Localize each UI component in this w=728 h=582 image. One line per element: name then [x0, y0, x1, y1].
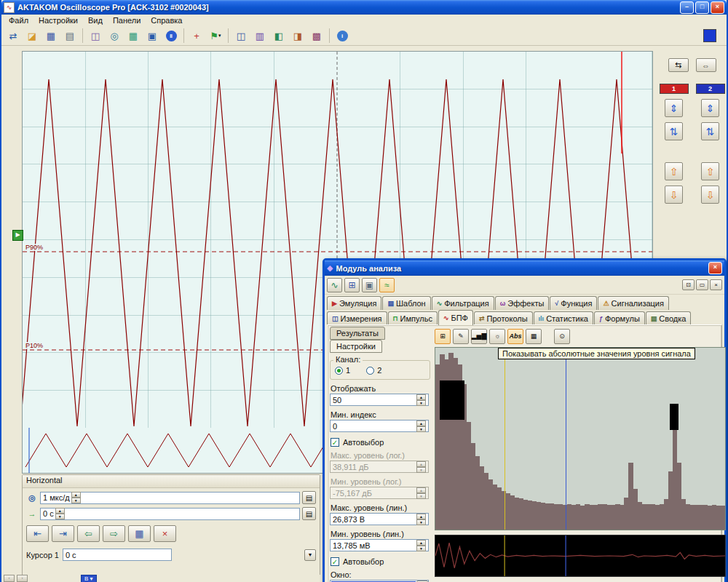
spin-down-button[interactable]: ▼ — [416, 426, 426, 432]
max-level-log-field[interactable]: 38,911 дБ▲▼ — [330, 461, 429, 473]
display-icon[interactable]: ▣ — [143, 27, 161, 44]
fit-horizontal-button[interactable]: ⇆ — [668, 58, 689, 72]
spin-down-button[interactable]: ▼ — [55, 514, 65, 519]
channel-2-radio[interactable]: 2 — [366, 366, 381, 375]
zoom-icon[interactable]: ◎ — [106, 27, 123, 44]
status-nav-button-0[interactable]: ‹ — [4, 575, 15, 582]
minimize-button[interactable]: – — [680, 1, 694, 14]
horizontal-panel-title[interactable]: Horizontal — [23, 475, 320, 488]
spin-up-button[interactable]: ▲ — [416, 540, 426, 546]
panel-display-icon[interactable]: ◫ — [232, 27, 250, 44]
tab-fft[interactable]: ∿БПФ — [438, 310, 473, 325]
horizontal-cursor-dropdown-button[interactable]: ▼ — [304, 549, 316, 561]
spin-up-button[interactable]: ▲ — [416, 394, 426, 400]
scale-compress-button-ch2[interactable]: ⇅ — [701, 122, 719, 140]
tab-emulation[interactable]: ▶Эмуляция — [327, 296, 381, 310]
spin-up-button[interactable]: ▲ — [416, 461, 426, 467]
spin-down-button[interactable]: ▼ — [71, 498, 81, 503]
cursor-step-left-button[interactable]: ⇤ — [26, 525, 49, 542]
menu-settings[interactable]: Настройки — [34, 15, 82, 25]
trigger-level-marker[interactable]: ▶ — [12, 230, 23, 241]
fft-bars-button[interactable]: ▂▅▇ — [471, 329, 487, 344]
tab-statistics[interactable]: ılıСтатистика — [534, 311, 593, 325]
module-dock-button[interactable]: ⊡ — [682, 279, 695, 290]
tab-alarm[interactable]: ⚠Сигнализация — [598, 296, 669, 310]
position-down-button-ch1[interactable]: ⇩ — [665, 186, 683, 204]
module-layout-icon[interactable]: ⊞ — [344, 278, 360, 292]
dialog-titlebar[interactable]: ◆ Модуль анализа × — [325, 260, 724, 276]
tab-formulas[interactable]: ƒФормулы — [594, 311, 645, 325]
spin-up-button[interactable]: ▲ — [416, 514, 426, 519]
fft-export-button[interactable]: ⊙ — [554, 329, 570, 344]
tab-summary[interactable]: ▤Сводка — [646, 311, 692, 325]
copy-screen-icon[interactable]: ◫ — [87, 27, 104, 44]
spin-up-button[interactable]: ▲ — [55, 508, 65, 514]
tab-pulse[interactable]: ⊓Импульс — [388, 311, 438, 325]
spectrum-cursor-line[interactable] — [566, 348, 566, 530]
print-icon[interactable]: ▤ — [61, 27, 79, 44]
status-nav-button-1[interactable]: › — [17, 575, 28, 582]
horizontal-options-button[interactable]: ▤ — [302, 491, 316, 504]
module-screen-icon[interactable]: ▣ — [362, 278, 377, 292]
horizontal-options-button[interactable]: ▤ — [302, 507, 316, 520]
spin-down-button[interactable]: ▼ — [416, 493, 426, 499]
tab-filtering[interactable]: ∿Фильтрация — [432, 296, 494, 310]
panel-measure-icon[interactable]: ◧ — [270, 27, 288, 44]
scale-expand-button-ch2[interactable]: ⇕ — [701, 99, 719, 117]
fft-table-button[interactable]: ▦ — [526, 329, 542, 344]
menu-help[interactable]: Справка — [146, 15, 186, 25]
module-minimize-button[interactable]: ▭ — [696, 279, 708, 290]
module-spectrum-icon[interactable]: ≈ — [379, 278, 395, 292]
autoselect-log-checkbox[interactable]: ✓Автовыбор — [331, 438, 430, 447]
autoselect-lin-checkbox[interactable]: ✓Автовыбор — [331, 557, 430, 566]
menu-panels[interactable]: Панели — [108, 15, 145, 25]
spin-down-button[interactable]: ▼ — [416, 400, 426, 406]
scale-compress-button-ch1[interactable]: ⇅ — [665, 122, 683, 140]
unit-badge[interactable]: В ▾ — [81, 575, 97, 582]
horizontal-cursor-field[interactable]: 0 с — [63, 549, 172, 561]
cursor-grid-button[interactable]: ▦ — [128, 525, 151, 542]
maximize-button[interactable]: □ — [695, 1, 709, 14]
fft-log-scale-button[interactable]: ✎ — [453, 329, 469, 344]
dialog-close-button[interactable]: × — [708, 262, 722, 274]
fft-grid-button[interactable]: ⊞ — [435, 329, 451, 344]
cursor-next-button[interactable]: ⇨ — [103, 525, 125, 542]
expand-horizontal-button[interactable]: ⇔ — [696, 58, 716, 72]
main-titlebar[interactable]: ∿ AKTAKOM Oscilloscope Pro [ACK-3102 #00… — [1, 0, 727, 15]
max-level-lin-field[interactable]: 26,873 В▲▼ — [330, 513, 429, 525]
tab-measurements[interactable]: ◫Измерения — [327, 311, 387, 325]
channel-1-radio[interactable]: 1 — [335, 366, 350, 375]
graticule-icon[interactable]: ▦ — [124, 27, 142, 44]
pause-icon[interactable]: ‖ — [162, 27, 180, 44]
spin-down-button[interactable]: ▼ — [416, 546, 426, 551]
cursor-step-right-button[interactable]: ⇥ — [52, 525, 74, 542]
menu-file[interactable]: Файл — [4, 15, 33, 25]
min-level-lin-field[interactable]: 13,785 мВ▲▼ — [330, 539, 429, 551]
help-icon[interactable]: i — [333, 27, 351, 44]
channels-icon[interactable]: + — [188, 27, 205, 44]
open-file-icon[interactable]: ◪ — [23, 27, 41, 44]
panel-settings-icon[interactable]: ▩ — [308, 27, 325, 44]
min-level-log-field[interactable]: -75,167 дБ▲▼ — [330, 487, 429, 499]
subtab-results[interactable]: Результаты — [330, 327, 385, 340]
display-count-field[interactable]: 50▲▼ — [330, 394, 429, 406]
fft-abs-button[interactable]: Abs — [507, 329, 523, 344]
fft-peak-button[interactable]: ☼ — [489, 329, 505, 344]
channel-1-header[interactable]: 1 — [660, 84, 689, 94]
menu-view[interactable]: Вид — [84, 15, 107, 25]
save-icon[interactable]: ▦ — [42, 27, 60, 44]
spin-up-button[interactable]: ▲ — [71, 492, 81, 498]
marker-icon[interactable]: ⚑▾ — [207, 27, 224, 44]
module-report-icon[interactable]: ∿ — [327, 278, 342, 292]
spectrum-index-line[interactable] — [505, 348, 505, 530]
spin-down-button[interactable]: ▼ — [416, 467, 426, 473]
panel-device-icon[interactable]: ▥ — [251, 27, 269, 44]
time-offset-field[interactable]: 0 с▲▼ — [40, 508, 300, 520]
min-index-field[interactable]: 0▲▼ — [330, 420, 429, 432]
fft-overview-strip[interactable] — [435, 535, 726, 577]
cursor-prev-button[interactable]: ⇦ — [77, 525, 100, 542]
spin-up-button[interactable]: ▲ — [416, 487, 426, 493]
position-down-button-ch2[interactable]: ⇩ — [701, 186, 719, 204]
position-up-button-ch2[interactable]: ⇧ — [701, 162, 719, 180]
connect-device-icon[interactable]: ⇄ — [4, 27, 22, 44]
